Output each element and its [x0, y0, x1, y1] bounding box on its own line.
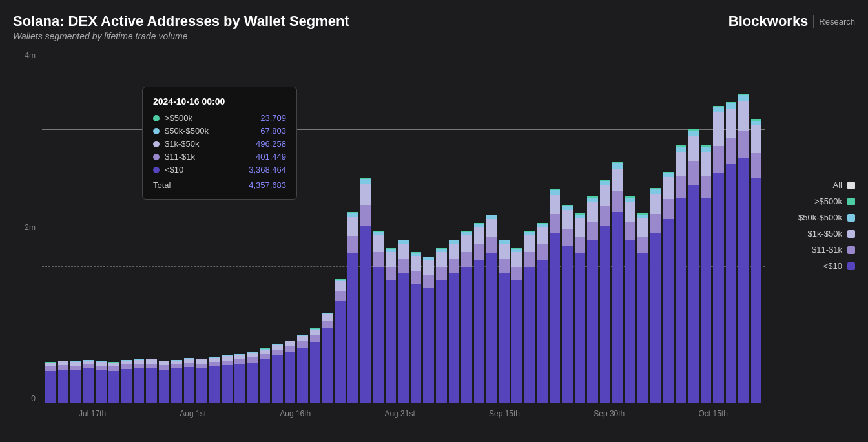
- bar-segment: [587, 202, 598, 221]
- bar-segment: [726, 164, 737, 403]
- bar-segment: [310, 342, 321, 403]
- bar-group[interactable]: [58, 48, 69, 403]
- bar-group[interactable]: [688, 48, 699, 403]
- bar-segment: [512, 267, 522, 280]
- legend-item[interactable]: <$10: [778, 261, 855, 271]
- bar-group[interactable]: [650, 48, 661, 403]
- bar-group[interactable]: [726, 48, 737, 403]
- bar-group[interactable]: [310, 48, 321, 403]
- bar-group[interactable]: [436, 48, 447, 403]
- title-block: Solana: DEX Active Addresses by Wallet S…: [13, 13, 349, 41]
- bar-segment: [663, 199, 674, 219]
- bar-segment: [713, 173, 724, 403]
- bar-group[interactable]: [612, 48, 623, 403]
- bar-segment: [550, 233, 561, 403]
- bar-segment: [701, 147, 712, 153]
- tooltip-row-3: $1k-$50k 496,258: [153, 139, 286, 149]
- bar-group[interactable]: [347, 48, 358, 403]
- legend-label: All: [833, 180, 842, 190]
- bar-group[interactable]: [45, 48, 56, 403]
- x-label-aug16: Aug 16th: [280, 409, 311, 418]
- bar-segment: [612, 163, 623, 168]
- legend-item[interactable]: $11-$1k: [778, 245, 855, 255]
- bar-segment: [600, 206, 611, 226]
- bar-group[interactable]: [713, 48, 724, 403]
- bar-group[interactable]: [512, 48, 522, 403]
- bar-group[interactable]: [297, 48, 308, 403]
- bar-segment: [45, 371, 56, 404]
- bar-group[interactable]: [474, 48, 485, 403]
- bar-group[interactable]: [322, 48, 333, 403]
- main-container: Solana: DEX Active Addresses by Wallet S…: [0, 0, 868, 442]
- bar-segment: [612, 212, 623, 403]
- bar-group[interactable]: [121, 48, 132, 403]
- bar-group[interactable]: [373, 48, 384, 403]
- bar-segment: [272, 355, 283, 403]
- bar-group[interactable]: [96, 48, 107, 403]
- bar-segment: [625, 222, 636, 240]
- bar-group[interactable]: [738, 48, 749, 403]
- x-axis: Jul 17th Aug 1st Aug 16th Aug 31st Sep 1…: [42, 405, 765, 423]
- bar-segment: [373, 235, 384, 251]
- bar-group[interactable]: [423, 48, 434, 403]
- legend-item[interactable]: >$500k: [778, 196, 855, 206]
- bar-segment: [537, 244, 548, 260]
- bar-group[interactable]: [701, 48, 712, 403]
- legend-label: $50k-$500k: [798, 213, 842, 222]
- tooltip-dot-4: [153, 154, 160, 160]
- bar-segment: [423, 288, 434, 404]
- bar-segment: [713, 112, 724, 145]
- bar-group[interactable]: [398, 48, 409, 403]
- bar-segment: [512, 252, 522, 267]
- legend-item[interactable]: $50k-$500k: [778, 213, 855, 222]
- bar-group[interactable]: [537, 48, 548, 403]
- bar-group[interactable]: [562, 48, 573, 403]
- tooltip-dot-2: [153, 128, 160, 134]
- bar-segment: [134, 368, 145, 403]
- bar-group[interactable]: [360, 48, 371, 403]
- tooltip-label-3: $1k-$50k: [165, 139, 199, 149]
- bar-group[interactable]: [486, 48, 497, 403]
- bar-group[interactable]: [499, 48, 510, 403]
- bar-group[interactable]: [587, 48, 598, 403]
- bar-segment: [701, 198, 712, 403]
- bar-group[interactable]: [108, 48, 119, 403]
- bar-group[interactable]: [600, 48, 611, 403]
- bar-segment: [625, 202, 636, 221]
- bar-group[interactable]: [83, 48, 94, 403]
- bar-group[interactable]: [70, 48, 81, 403]
- bar-segment: [96, 370, 107, 403]
- legend-item[interactable]: $1k-$50k: [778, 229, 855, 238]
- bar-group[interactable]: [461, 48, 472, 403]
- bar-group[interactable]: [449, 48, 460, 403]
- y-label-4m: 4m: [25, 51, 36, 60]
- legend-item[interactable]: All: [778, 180, 855, 190]
- bar-group[interactable]: [676, 48, 687, 403]
- bar-group[interactable]: [411, 48, 422, 403]
- bar-segment: [499, 259, 510, 273]
- bar-segment: [575, 237, 586, 253]
- bar-group[interactable]: [575, 48, 586, 403]
- bar-segment: [663, 173, 674, 177]
- bar-group[interactable]: [663, 48, 674, 403]
- bar-group[interactable]: [550, 48, 561, 403]
- bar-segment: [537, 260, 548, 403]
- bar-group[interactable]: [625, 48, 636, 403]
- bar-group[interactable]: [386, 48, 397, 403]
- x-label-aug1: Aug 1st: [180, 409, 206, 418]
- bar-segment: [297, 341, 308, 348]
- bar-segment: [637, 237, 648, 253]
- brand-research: Research: [819, 17, 855, 26]
- bar-group[interactable]: [524, 48, 535, 403]
- bar-segment: [134, 364, 145, 368]
- bar-group[interactable]: [637, 48, 648, 403]
- bar-group[interactable]: [335, 48, 346, 403]
- bar-segment: [398, 259, 409, 273]
- bar-segment: [83, 368, 94, 403]
- bar-segment: [688, 131, 699, 136]
- bar-segment: [676, 152, 687, 176]
- tooltip-total-row: Total 4,357,683: [153, 178, 286, 190]
- bar-group[interactable]: [751, 48, 762, 403]
- bar-segment: [701, 152, 712, 176]
- bar-segment: [247, 357, 258, 363]
